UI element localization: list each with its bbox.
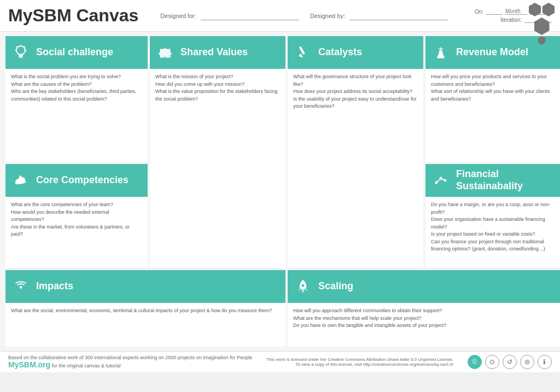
footer-site-row: MySBM.org for the original canvas & tuto… (8, 360, 252, 369)
muscle-icon (12, 172, 30, 189)
revenue-model-card: Revenue Model How will you price your pr… (425, 36, 560, 162)
footer-site-suffix: for the original canvas & tutorial (52, 363, 121, 368)
footer-right: This work is licensed under the Creative… (266, 357, 453, 367)
svg-point-21 (302, 284, 305, 287)
svg-rect-2 (19, 56, 22, 57)
core-competencies-body[interactable]: What are the core competencies of your t… (5, 197, 148, 268)
hex-icon-1 (529, 3, 541, 16)
hex-decoration (529, 3, 555, 45)
footer-site-link[interactable]: MySBM.org (8, 360, 50, 369)
chess-king-icon (432, 44, 450, 61)
header-fields: Designed for: Designed by: (160, 11, 475, 20)
header: MySBM Canvas Designed for: Designed by: … (0, 0, 560, 32)
canvas-grid: Social challenge What is the social prob… (5, 36, 555, 347)
finance-graph-icon (432, 172, 450, 189)
core-competencies-icon (11, 171, 31, 190)
hex-icon-4 (538, 36, 546, 45)
svg-marker-9 (299, 54, 303, 58)
shared-values-card: Shared Values What is the mission of you… (150, 36, 285, 268)
info-symbol: ℹ (543, 358, 546, 366)
scaling-card: Scaling How will you approach different … (288, 270, 560, 347)
catalysts-header: Catalysts (288, 36, 423, 69)
svg-line-4 (24, 46, 25, 48)
shared-values-header: Shared Values (150, 36, 285, 69)
catalysts-card: Catalysts What will the governance struc… (288, 36, 423, 268)
cc-icon: © (468, 355, 482, 369)
footer: Based on the collaborative work of 300 i… (0, 351, 560, 372)
puzzle-icon (156, 44, 174, 61)
app-title: MySBM Canvas (8, 5, 138, 26)
svg-point-0 (16, 46, 25, 55)
svg-line-5 (16, 46, 18, 48)
revenue-model-title: Revenue Model (456, 46, 528, 58)
financial-sustainability-icon (431, 171, 451, 190)
financial-sustainability-card: Financial Sustainabality Do you have a m… (425, 164, 560, 268)
shared-values-body[interactable]: What is the mission of your project? How… (150, 69, 285, 268)
share-symbol: ↺ (507, 358, 512, 366)
catalysts-body[interactable]: What will the governance structure of yo… (288, 69, 423, 268)
cc-symbol: © (472, 358, 477, 366)
day-input[interactable] (486, 8, 503, 15)
scaling-icon (293, 277, 313, 296)
on-label: On: (475, 9, 483, 15)
share-icon: ↺ (503, 355, 517, 369)
svg-rect-13 (440, 47, 441, 51)
social-challenge-title: Social challenge (36, 46, 113, 58)
impacts-card: Impacts What are the social, environment… (5, 270, 285, 347)
copy-icon: ⊙ (485, 355, 499, 369)
revenue-model-icon (431, 43, 451, 62)
no-commercial-symbol: ⊜ (524, 358, 530, 366)
hex-icon-3 (534, 17, 550, 35)
core-competencies-card: Core Competencies What are the core comp… (5, 164, 148, 268)
catalysts-icon (293, 43, 313, 62)
svg-point-20 (20, 286, 22, 289)
svg-rect-14 (439, 49, 443, 50)
footer-left: Based on the collaborative work of 300 i… (8, 355, 252, 369)
scaling-header: Scaling (288, 270, 560, 303)
social-challenge-body[interactable]: What is the social problem you are tryin… (5, 69, 148, 162)
social-challenge-icon (11, 43, 31, 62)
rocket-icon (294, 278, 312, 295)
svg-rect-1 (19, 55, 23, 56)
financial-sustainability-body[interactable]: Do you have a margin, or are you a coop,… (425, 197, 560, 268)
catalysts-title: Catalysts (318, 46, 362, 58)
impacts-body[interactable]: What are the social, environmental, econ… (5, 303, 285, 347)
financial-sustainability-header: Financial Sustainabality (425, 164, 560, 197)
svg-rect-22 (302, 290, 304, 292)
financial-sustainability-title: Financial Sustainabality (456, 168, 556, 192)
designed-by-label: Designed by: (310, 13, 345, 19)
canvas-area: Social challenge What is the social prob… (0, 32, 560, 351)
revenue-model-body[interactable]: How will you price your products and ser… (425, 69, 560, 162)
designed-by-field: Designed by: (310, 11, 448, 20)
shared-values-title: Shared Values (180, 46, 248, 58)
designed-by-input[interactable] (349, 11, 448, 20)
footer-left-text: Based on the collaborative work of 300 i… (8, 355, 252, 360)
no-commercial-icon: ⊜ (520, 355, 534, 369)
lightbulb-icon (12, 44, 30, 61)
info-icon: ℹ (538, 355, 552, 369)
social-challenge-card: Social challenge What is the social prob… (5, 36, 148, 162)
footer-right-text: This work is licensed under the Creative… (266, 357, 453, 367)
copy-symbol: ⊙ (489, 358, 495, 366)
scaling-body[interactable]: How will you approach different communit… (288, 303, 560, 347)
social-challenge-header: Social challenge (5, 36, 148, 69)
footer-icons: © ⊙ ↺ ⊜ ℹ (468, 355, 552, 369)
iteration-label: Iteration: (500, 17, 522, 23)
core-competencies-header: Core Competencies (5, 164, 148, 197)
shared-values-icon (155, 43, 175, 62)
impacts-header: Impacts (5, 270, 285, 303)
designed-for-field: Designed for: (160, 11, 299, 20)
month-input[interactable] (505, 8, 527, 15)
designed-for-label: Designed for: (160, 13, 196, 19)
designed-for-input[interactable] (201, 11, 299, 20)
scaling-title: Scaling (318, 280, 353, 292)
impacts-icon (11, 277, 31, 296)
svg-rect-8 (299, 46, 305, 55)
radio-waves-icon (12, 278, 30, 295)
impacts-title: Impacts (36, 280, 73, 292)
core-competencies-title: Core Competencies (36, 174, 129, 186)
hex-icon-2 (542, 3, 555, 16)
catalyst-tool-icon (294, 44, 312, 61)
